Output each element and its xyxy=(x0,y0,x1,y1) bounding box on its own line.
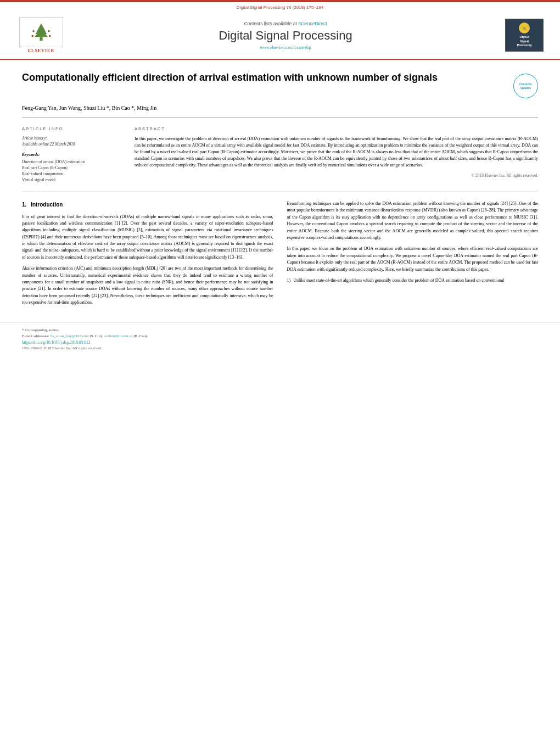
footnote-star: * Corresponding author. xyxy=(22,328,538,332)
article-info-header: Article Info xyxy=(22,126,124,131)
article-title-row: Computationally efficient direction of a… xyxy=(22,71,538,98)
dsp-logo-box: ≈ Digital Signal Processing xyxy=(505,19,544,52)
elsevier-logo xyxy=(19,17,63,47)
copyright-line: © 2018 Elsevier Inc. All rights reserved… xyxy=(135,173,538,178)
section1-para3: Beamforming techniques can be applied to… xyxy=(287,200,539,241)
section1-title: 1. Introduction xyxy=(22,200,273,209)
elsevier-logo-box: ELSEVIER xyxy=(16,17,66,53)
article-history: Article history: Available online 22 Mar… xyxy=(22,136,124,147)
article-title-text: Computationally efficient direction of a… xyxy=(22,72,438,83)
section1-para2: Akaike information criterion (AIC) and m… xyxy=(22,265,273,306)
authors-line: Feng-Gang Yan, Jun Wang, Shuai Liu *, Bi… xyxy=(22,105,538,118)
info-abstract-cols: Article Info Article history: Available … xyxy=(22,126,538,183)
journal-title: Digital Signal Processing xyxy=(219,29,352,43)
item1-num: 1) xyxy=(287,277,291,284)
body-left-col: 1. Introduction It is of great interest … xyxy=(22,200,273,311)
email-footnote: E-mail addresses: liu_shuai_boy@163.com … xyxy=(22,334,538,338)
dsp-icon-svg: ≈ xyxy=(519,23,529,33)
section1-para1: It is of great interest to find the dire… xyxy=(22,214,273,261)
keyword-1: Direction of arrival (DOA) estimation xyxy=(22,159,124,164)
email2-link[interactable]: caobin@hit.edu.cn xyxy=(104,334,133,338)
dsp-logo-text: Digital Signal Processing xyxy=(517,35,531,48)
elsevier-text: ELSEVIER xyxy=(28,48,54,53)
journal-url[interactable]: www.elsevier.com/locate/dsp xyxy=(260,45,311,50)
elsevier-tree-svg xyxy=(25,23,58,42)
keyword-3: Real-valued computation xyxy=(22,171,124,176)
check-updates-badge: Check for updates xyxy=(513,74,538,98)
item1-text: Unlike most state-of-the-art algorithms … xyxy=(293,277,504,284)
journal-header: ELSEVIER Contents lists available at Sci… xyxy=(0,12,560,60)
numbered-item-1: 1) Unlike most state-of-the-art algorith… xyxy=(287,277,539,284)
keyword-2: Real part Capon (R-Capon) xyxy=(22,165,124,170)
keyword-4: Virtual signal model xyxy=(22,177,124,182)
abstract-header: Abstract xyxy=(135,126,538,131)
email1-link[interactable]: liu_shuai_boy@163.com xyxy=(50,334,88,338)
dsp-logo-icon: ≈ xyxy=(519,23,530,34)
header-center: Contents lists available at ScienceDirec… xyxy=(66,21,505,50)
contents-available: Contents lists available at ScienceDirec… xyxy=(244,21,327,26)
article-info-col: Article Info Article history: Available … xyxy=(22,126,124,183)
svg-point-7 xyxy=(49,35,51,37)
issn-line: 1051-2004/© 2018 Elsevier Inc. All right… xyxy=(22,346,538,350)
abstract-text: In this paper, we investigate the proble… xyxy=(135,136,538,169)
keywords-section: Keywords: Direction of arrival (DOA) est… xyxy=(22,152,124,182)
section1-para4: In this paper, we focus on the problem o… xyxy=(287,246,539,273)
svg-point-4 xyxy=(32,30,35,32)
body-right-col: Beamforming techniques can be applied to… xyxy=(287,200,539,311)
keywords-title: Keywords: xyxy=(22,152,124,157)
abstract-col: Abstract In this paper, we investigate t… xyxy=(135,126,538,183)
svg-point-5 xyxy=(48,30,50,32)
main-content: Computationally efficient direction of a… xyxy=(0,60,560,322)
section-divider xyxy=(22,192,538,192)
title-text-area: Computationally efficient direction of a… xyxy=(22,71,505,85)
journal-citation: Digital Signal Processing 78 (2018) 175–… xyxy=(0,2,560,12)
svg-text:≈: ≈ xyxy=(523,25,526,31)
page-wrapper: Digital Signal Processing 78 (2018) 175–… xyxy=(0,0,560,742)
check-updates-text: Check for updates xyxy=(519,82,532,90)
sciencedirect-link[interactable]: ScienceDirect xyxy=(298,21,327,26)
footer-area: * Corresponding author. E-mail addresses… xyxy=(0,322,560,353)
body-two-col: 1. Introduction It is of great interest … xyxy=(22,200,538,311)
svg-point-6 xyxy=(32,35,34,37)
doi-line[interactable]: https://doi.org/10.1016/j.dsp.2018.03.01… xyxy=(22,340,538,345)
svg-rect-0 xyxy=(40,37,42,41)
